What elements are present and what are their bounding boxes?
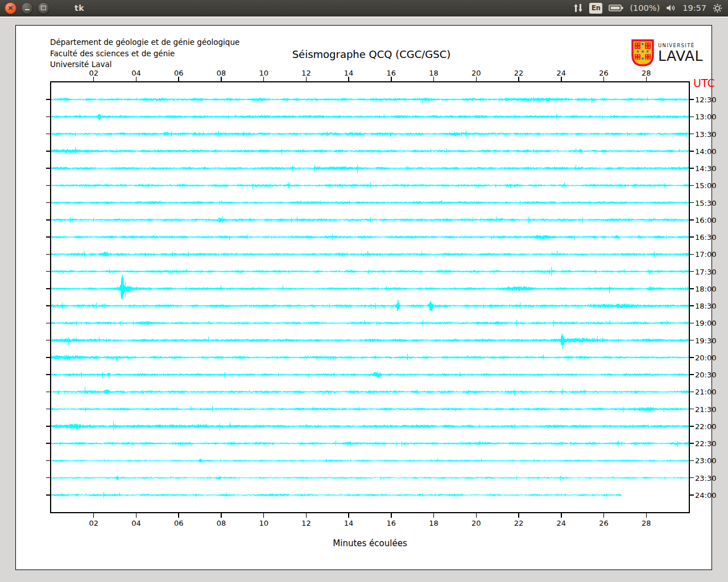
- utc-axis-title: UTC: [693, 77, 715, 89]
- left-tick: [46, 340, 50, 341]
- utc-time-label: 22:30: [695, 439, 716, 448]
- x-tick-label-bottom: 02: [89, 519, 98, 527]
- window-title: tk: [75, 3, 84, 13]
- x-tick-label-top: 20: [471, 69, 481, 77]
- x-tick-bottom: [518, 513, 519, 518]
- network-updown-icon[interactable]: [573, 3, 583, 13]
- utc-time-label: 20:00: [695, 353, 716, 361]
- left-tick: [46, 374, 50, 375]
- institution-line: Faculté des sciences et de génie: [50, 48, 239, 60]
- utc-time-label: 23:30: [695, 473, 716, 482]
- session-gear-icon[interactable]: [713, 3, 722, 13]
- utc-time-label: 17:30: [695, 267, 716, 276]
- x-tick-label-bottom: 22: [514, 519, 524, 527]
- utc-time-label: 13:30: [695, 130, 716, 138]
- utc-tick: [690, 305, 694, 306]
- seismogram-traces-canvas: [51, 82, 689, 512]
- utc-time-label: 22:00: [695, 422, 716, 430]
- x-tick-label-top: 02: [89, 69, 98, 77]
- left-tick: [46, 477, 50, 479]
- utc-time-label: 19:30: [695, 336, 716, 344]
- x-tick-label-top: 26: [599, 69, 609, 77]
- x-tick-label-top: 16: [387, 69, 396, 77]
- x-tick-bottom: [306, 513, 307, 518]
- x-tick-bottom: [93, 513, 94, 518]
- utc-time-label: 21:30: [695, 405, 716, 413]
- utc-tick: [690, 151, 694, 152]
- left-tick: [46, 254, 50, 255]
- utc-tick: [690, 202, 694, 203]
- plot-frame: [50, 81, 690, 513]
- left-tick: [46, 202, 50, 203]
- left-tick: [46, 305, 50, 306]
- minimize-icon: [25, 9, 30, 10]
- x-tick-label-top: 24: [557, 69, 566, 77]
- utc-time-label: 19:00: [695, 319, 716, 327]
- x-tick-top: [306, 77, 307, 81]
- utc-tick: [690, 323, 694, 324]
- battery-icon[interactable]: [609, 4, 623, 12]
- utc-time-label: 17:00: [695, 250, 716, 259]
- utc-time-label: 20:30: [695, 371, 716, 379]
- volume-icon[interactable]: [666, 4, 676, 12]
- utc-time-label: 18:00: [695, 284, 716, 293]
- left-tick: [46, 151, 50, 152]
- clock[interactable]: 19:57: [682, 3, 706, 13]
- x-tick-top: [561, 77, 562, 81]
- x-tick-top: [391, 77, 392, 81]
- x-tick-top: [178, 77, 179, 81]
- left-tick: [46, 392, 50, 393]
- left-tick: [46, 219, 50, 221]
- utc-tick: [690, 271, 694, 272]
- utc-tick: [690, 219, 694, 221]
- utc-time-label: 21:00: [695, 388, 716, 396]
- window-titlebar[interactable]: × tk En (100%) 19: [0, 0, 728, 16]
- x-tick-top: [433, 77, 435, 81]
- x-tick-bottom: [561, 513, 562, 518]
- x-tick-top: [518, 77, 519, 81]
- close-button[interactable]: ×: [5, 2, 16, 14]
- x-tick-label-bottom: 18: [429, 519, 439, 527]
- x-tick-bottom: [221, 513, 222, 518]
- minimize-button[interactable]: [21, 2, 33, 14]
- utc-time-label: 23:00: [695, 456, 716, 465]
- maximize-button[interactable]: [38, 2, 49, 14]
- left-tick: [46, 185, 50, 186]
- utc-tick: [690, 288, 694, 289]
- keyboard-layout-indicator[interactable]: En: [589, 3, 602, 14]
- utc-tick: [690, 254, 694, 255]
- utc-tick: [690, 426, 694, 427]
- x-tick-top: [476, 77, 477, 81]
- utc-tick: [690, 357, 694, 358]
- x-tick-bottom: [603, 513, 605, 518]
- utc-time-label: 14:30: [695, 164, 716, 173]
- x-tick-top: [603, 77, 605, 81]
- x-tick-bottom: [263, 513, 264, 518]
- x-tick-bottom: [178, 513, 179, 518]
- x-tick-label-top: 18: [429, 69, 439, 77]
- x-tick-bottom: [433, 513, 435, 518]
- left-tick: [46, 288, 50, 289]
- utc-time-label: 15:30: [695, 198, 716, 207]
- utc-tick: [690, 392, 694, 393]
- left-tick: [46, 99, 50, 100]
- utc-tick: [690, 409, 694, 410]
- x-tick-label-top: 12: [301, 69, 311, 77]
- left-tick: [46, 271, 50, 272]
- utc-time-label: 24:00: [695, 490, 716, 499]
- window-body: Département de géologie et de génie géol…: [0, 16, 728, 582]
- utc-tick: [690, 117, 694, 118]
- x-tick-label-bottom: 16: [387, 519, 396, 527]
- system-tray: En (100%) 19:57: [573, 0, 722, 16]
- x-axis-title: Minutes écoulées: [50, 538, 690, 548]
- x-tick-bottom: [646, 513, 647, 518]
- x-tick-label-top: 04: [131, 69, 141, 77]
- left-tick: [46, 168, 50, 169]
- utc-time-label: 18:30: [695, 302, 716, 310]
- x-tick-label-top: 06: [174, 69, 184, 77]
- x-tick-top: [263, 77, 264, 81]
- utc-time-label: 14:00: [695, 147, 716, 155]
- x-tick-top: [136, 77, 137, 81]
- left-tick: [46, 494, 50, 496]
- x-tick-label-bottom: 20: [471, 519, 481, 527]
